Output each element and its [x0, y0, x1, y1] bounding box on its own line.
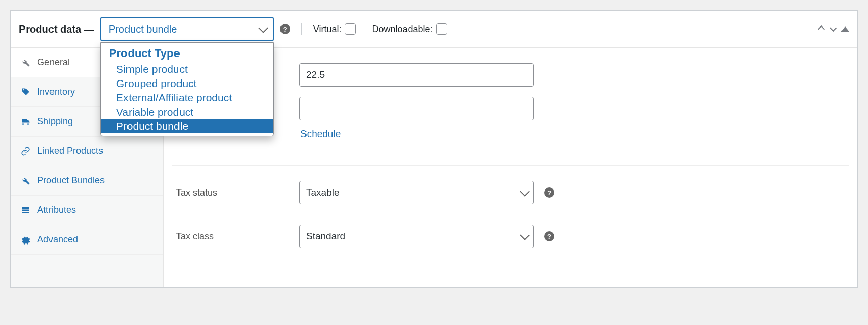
truck-icon [21, 117, 30, 126]
tab-label: Product Bundles [37, 175, 105, 186]
dropdown-option-variable[interactable]: Variable product [101, 105, 273, 119]
list-icon [21, 206, 30, 215]
wrench-icon [21, 58, 30, 67]
tax-status-row: Tax status Taxable ? [172, 176, 849, 209]
tag-icon [21, 88, 30, 97]
tab-label: Advanced [37, 234, 78, 245]
chevron-down-icon [520, 230, 530, 240]
tab-label: Attributes [37, 205, 76, 215]
tab-attributes[interactable]: Attributes [11, 196, 163, 225]
help-icon[interactable]: ? [544, 187, 554, 198]
move-up-icon[interactable] [818, 25, 825, 33]
tab-linked-products[interactable]: Linked Products [11, 137, 163, 166]
dropdown-option-bundle[interactable]: Product bundle [101, 119, 273, 133]
product-type-select: Product bundle Product Type Simple produ… [100, 17, 274, 41]
schedule-link[interactable]: Schedule [300, 128, 341, 140]
svg-rect-1 [22, 209, 29, 211]
svg-rect-0 [22, 207, 29, 209]
section-divider [172, 165, 849, 166]
tax-class-row: Tax class Standard ? [172, 220, 849, 253]
product-type-dropdown: Product Type Simple product Grouped prod… [100, 42, 274, 136]
wrench-icon [21, 176, 30, 185]
downloadable-checkbox[interactable] [436, 23, 447, 35]
link-icon [21, 147, 30, 156]
tab-label: Linked Products [37, 146, 103, 156]
tax-class-select[interactable]: Standard [299, 225, 534, 248]
downloadable-label: Downloadable: [372, 24, 433, 35]
tax-status-select[interactable]: Taxable [299, 181, 534, 204]
gear-icon [21, 235, 30, 245]
dropdown-option-external[interactable]: External/Affiliate product [101, 91, 273, 105]
sale-price-input[interactable] [299, 97, 534, 120]
tab-label: Shipping [37, 116, 73, 127]
dropdown-option-simple[interactable]: Simple product [101, 62, 273, 76]
tab-product-bundles[interactable]: Product Bundles [11, 166, 163, 196]
panel-title: Product data — [19, 23, 94, 35]
tax-status-label: Tax status [172, 187, 289, 198]
help-icon[interactable]: ? [280, 24, 290, 34]
tax-class-label: Tax class [172, 231, 289, 242]
tab-label: Inventory [37, 87, 75, 97]
product-type-value: Product bundle [109, 23, 177, 35]
tab-advanced[interactable]: Advanced [11, 225, 163, 255]
virtual-group: Virtual: [313, 23, 356, 35]
chevron-down-icon [258, 23, 268, 33]
tax-class-value: Standard [306, 231, 345, 242]
regular-price-input[interactable] [299, 63, 534, 87]
virtual-checkbox[interactable] [345, 23, 356, 35]
chevron-down-icon [520, 186, 530, 197]
product-type-trigger[interactable]: Product bundle [100, 17, 274, 41]
tab-label: General [37, 57, 70, 68]
product-data-panel: Product data — Product bundle Product Ty… [10, 10, 858, 288]
collapse-toggle-icon[interactable] [841, 26, 849, 32]
move-down-icon[interactable] [830, 24, 837, 32]
help-icon[interactable]: ? [544, 231, 554, 241]
divider [301, 23, 302, 35]
virtual-label: Virtual: [313, 24, 342, 35]
dropdown-option-grouped[interactable]: Grouped product [101, 76, 273, 91]
dropdown-group-label: Product Type [101, 45, 273, 62]
svg-rect-2 [22, 212, 29, 213]
panel-header: Product data — Product bundle Product Ty… [11, 11, 857, 48]
tax-status-value: Taxable [306, 187, 340, 198]
header-controls [819, 26, 849, 32]
downloadable-group: Downloadable: [372, 23, 447, 35]
